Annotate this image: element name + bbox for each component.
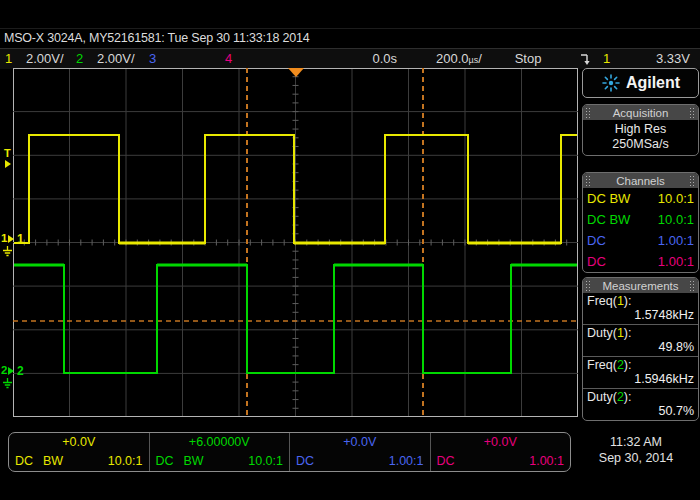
meas-label-post: ): xyxy=(624,294,632,308)
ch2-earth-ground-icon xyxy=(2,378,13,389)
status-trigger-level[interactable]: 3.33V xyxy=(634,51,690,66)
meas-value: 49.8% xyxy=(587,340,694,354)
meas-value: 1.5946kHz xyxy=(587,372,694,386)
ch2-probe-ratio: 10.0:1 xyxy=(658,209,694,230)
meas-label-post: ): xyxy=(624,326,632,340)
ch1-ground-marker[interactable]: 1 xyxy=(1,233,14,244)
trigger-level-arrow-icon xyxy=(5,160,11,168)
channels-title: Channels xyxy=(616,175,665,187)
ch4-settings-cell[interactable]: +0.0V DC 1.00:1 xyxy=(431,433,571,471)
ch1-settings-cell[interactable]: +0.0V DC BW 10.0:1 xyxy=(9,433,150,471)
meas-label-pre: Duty( xyxy=(587,390,617,404)
ch1-coupling: DC xyxy=(15,454,33,468)
ch2-coupling: DC xyxy=(156,454,174,468)
ch1-inplot-label: 1 xyxy=(17,233,24,245)
trigger-edge-icon[interactable] xyxy=(579,52,592,66)
current-time: 11:32 AM xyxy=(578,434,694,450)
grip-dots-icon xyxy=(585,280,592,291)
brand-name: Agilent xyxy=(626,74,680,92)
sidebar: Agilent Acquisition High Res 250MSa/s Ch… xyxy=(582,68,699,421)
status-bar: 1 2.00V/ 2 2.00V/ 3 4 0.0s 200.0µs/ Stop… xyxy=(0,48,700,69)
ch2-ground-marker[interactable]: 2 xyxy=(1,365,14,376)
ch4-coupling: DC xyxy=(587,251,606,272)
acquisition-mode: High Res xyxy=(583,122,698,137)
status-ch2-number[interactable]: 2 xyxy=(76,51,83,66)
status-ch4-number[interactable]: 4 xyxy=(225,51,232,66)
channel-row-3[interactable]: DC 1.00:1 xyxy=(583,230,698,251)
grip-dots-icon xyxy=(689,280,696,291)
ch2-marker-arrow-icon xyxy=(8,367,14,375)
grip-dots-icon xyxy=(585,175,592,186)
ch4-coupling: DC xyxy=(437,454,455,468)
measurement-freq2[interactable]: Freq(2): 1.5946kHz xyxy=(583,356,698,388)
status-ch3-number[interactable]: 3 xyxy=(149,51,156,66)
ch1-bw-limit: BW xyxy=(43,454,63,468)
channel-row-4[interactable]: DC 1.00:1 xyxy=(583,251,698,272)
ch3-coupling: DC xyxy=(587,230,606,251)
ch2-inplot-label: 2 xyxy=(17,365,24,377)
status-delay-readout[interactable]: 0.0s xyxy=(355,51,397,66)
ch1-offset: +0.0V xyxy=(9,435,149,449)
status-ch1-number[interactable]: 1 xyxy=(5,51,12,66)
measurement-duty2[interactable]: Duty(2): 50.7% xyxy=(583,388,698,420)
ch3-probe-ratio: 1.00:1 xyxy=(658,230,694,251)
timebase-value: 200.0 xyxy=(436,51,469,66)
ch3-coupling: DC xyxy=(296,454,314,468)
meas-channel-digit: 1 xyxy=(617,326,624,340)
channel-row-1[interactable]: DC BW 10.0:1 xyxy=(583,188,698,209)
status-trigger-source[interactable]: 1 xyxy=(603,51,610,66)
channel-row-2[interactable]: DC BW 10.0:1 xyxy=(583,209,698,230)
status-timebase-readout[interactable]: 200.0µs/ xyxy=(424,51,494,66)
ch2-coupling: DC BW xyxy=(587,209,630,230)
grip-dots-icon xyxy=(689,107,696,118)
meas-value: 1.5748kHz xyxy=(587,308,694,322)
agilent-spark-icon xyxy=(601,73,621,93)
ch4-offset: +0.0V xyxy=(431,435,571,449)
clock: 11:32 AM Sep 30, 2014 xyxy=(578,434,694,466)
ch4-probe-ratio: 1.00:1 xyxy=(658,251,694,272)
meas-label-post: ): xyxy=(624,390,632,404)
title-bar: MSO-X 3024A, MY52161581: Tue Sep 30 11:3… xyxy=(0,28,700,49)
channels-header[interactable]: Channels xyxy=(583,173,698,188)
ch2-settings-cell[interactable]: +6.00000V DC BW 10.0:1 xyxy=(150,433,291,471)
ch1-marker-label: 1 xyxy=(1,233,7,244)
measurement-duty1[interactable]: Duty(1): 49.8% xyxy=(583,324,698,356)
trigger-level-label: T xyxy=(4,148,11,158)
measurements-section: Measurements Freq(1): 1.5748kHz Duty(1):… xyxy=(582,277,699,421)
status-ch1-vdiv[interactable]: 2.00V/ xyxy=(26,51,64,66)
grip-dots-icon xyxy=(585,107,592,118)
meas-label-pre: Duty( xyxy=(587,326,617,340)
ch2-bw-limit: BW xyxy=(184,454,204,468)
status-ch2-vdiv[interactable]: 2.00V/ xyxy=(97,51,135,66)
meas-value: 50.7% xyxy=(587,404,694,418)
acquisition-header[interactable]: Acquisition xyxy=(583,105,698,120)
meas-channel-digit: 2 xyxy=(617,358,624,372)
status-run-state[interactable]: Stop xyxy=(506,51,550,66)
ch3-settings-cell[interactable]: +0.0V DC 1.00:1 xyxy=(290,433,431,471)
current-date: Sep 30, 2014 xyxy=(578,450,694,466)
acquisition-title: Acquisition xyxy=(613,107,669,119)
meas-channel-digit: 2 xyxy=(617,390,624,404)
meas-label-pre: Freq( xyxy=(587,294,617,308)
acquisition-section: Acquisition High Res 250MSa/s xyxy=(582,104,699,156)
ch3-offset: +0.0V xyxy=(290,435,430,449)
measurement-freq1[interactable]: Freq(1): 1.5748kHz xyxy=(583,293,698,324)
ch3-probe: 1.00:1 xyxy=(389,454,424,468)
meas-label-post: ): xyxy=(624,358,632,372)
waveform-canvas[interactable] xyxy=(13,68,578,417)
channel-settings-bar: +0.0V DC BW 10.0:1 +6.00000V DC BW 10.0:… xyxy=(8,432,571,472)
ch1-earth-ground-icon xyxy=(2,246,13,257)
measurements-title: Measurements xyxy=(602,280,678,292)
meas-label-pre: Freq( xyxy=(587,358,617,372)
oscilloscope-screen: MSO-X 3024A, MY52161581: Tue Sep 30 11:3… xyxy=(0,0,700,500)
grip-dots-icon xyxy=(689,175,696,186)
timebase-unit: µs xyxy=(469,55,479,65)
ch4-probe: 1.00:1 xyxy=(529,454,564,468)
ch2-marker-label: 2 xyxy=(1,365,7,376)
trigger-level-marker[interactable]: T xyxy=(4,148,11,168)
timebase-slash: / xyxy=(478,51,482,66)
ch1-marker-arrow-icon xyxy=(8,235,14,243)
measurements-header[interactable]: Measurements xyxy=(583,278,698,293)
ch2-offset: +6.00000V xyxy=(150,435,290,449)
sample-rate: 250MSa/s xyxy=(583,137,698,152)
